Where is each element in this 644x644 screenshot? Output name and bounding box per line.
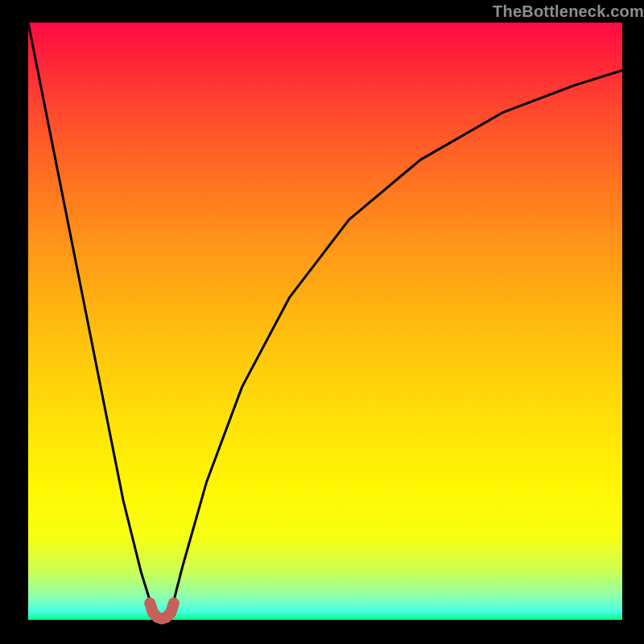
watermark-text: TheBottleneck.com [493,2,644,21]
canvas-frame: TheBottleneck.com [0,0,644,644]
plot-area [28,23,622,620]
